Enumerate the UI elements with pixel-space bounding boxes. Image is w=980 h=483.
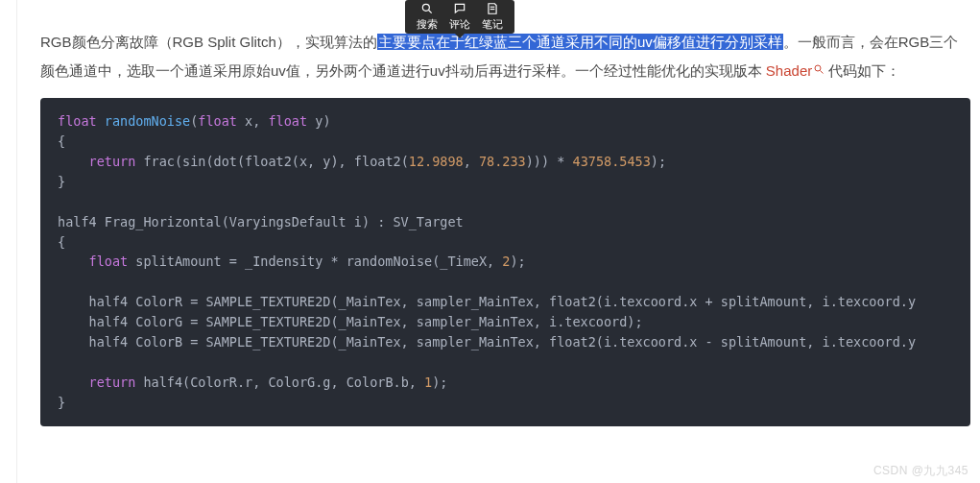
shader-link[interactable]: Shader — [766, 62, 825, 79]
code-block: float randomNoise(float x, float y) { re… — [40, 98, 970, 426]
tooltip-note-label: 笔记 — [482, 18, 503, 30]
svg-line-1 — [429, 11, 432, 13]
article-content: RGB颜色分离故障（RGB Split Glitch），实现算法的主要要点在于红… — [40, 0, 980, 426]
tooltip-search[interactable]: 搜索 — [411, 2, 443, 30]
svg-point-4 — [815, 65, 821, 71]
note-icon — [486, 2, 499, 17]
comment-icon — [453, 2, 466, 17]
tooltip-search-label: 搜索 — [417, 18, 438, 30]
tooltip-comment-label: 评论 — [449, 18, 470, 30]
highlighted-text: 主要要点在于红绿蓝三个通道采用不同的uv偏移值进行分别采样 — [377, 34, 783, 50]
watermark: CSDN @九九345 — [873, 463, 968, 479]
text-pre: RGB颜色分离故障（RGB Split Glitch），实现算法的 — [40, 34, 377, 50]
text-post: 代码如下： — [825, 62, 900, 79]
search-icon — [813, 57, 825, 68]
tooltip-note[interactable]: 笔记 — [476, 2, 509, 30]
shader-link-text: Shader — [766, 62, 812, 79]
intro-paragraph: RGB颜色分离故障（RGB Split Glitch），实现算法的主要要点在于红… — [40, 29, 970, 85]
selection-tooltip: 搜索 评论 笔记 — [405, 0, 514, 34]
search-icon — [420, 2, 434, 17]
svg-point-0 — [422, 4, 429, 11]
tooltip-comment[interactable]: 评论 — [443, 2, 476, 30]
sidebar-stub — [0, 0, 17, 483]
svg-line-5 — [821, 70, 824, 73]
